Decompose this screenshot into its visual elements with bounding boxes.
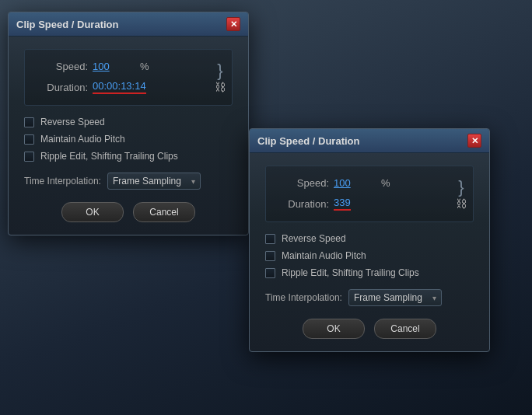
checkbox-reverse-2[interactable]: Reverse Speed: [265, 233, 474, 244]
checkbox-label-audio-2: Maintain Audio Pitch: [282, 250, 366, 261]
interpolation-value-1: Frame Sampling: [113, 176, 181, 187]
cancel-button-2[interactable]: Cancel: [374, 319, 436, 339]
close-button-1[interactable]: ✕: [226, 17, 240, 31]
checkbox-box-audio-2[interactable]: [265, 251, 275, 261]
speed-unit-1: %: [140, 61, 149, 72]
title-bar-1: Clip Speed / Duration ✕: [9, 12, 248, 37]
chain-icon-2[interactable]: ⛓: [456, 197, 467, 210]
link-bracket-1: } ⛓: [215, 62, 226, 93]
checkbox-label-reverse-2: Reverse Speed: [282, 233, 346, 244]
checkbox-label-audio-1: Maintain Audio Pitch: [40, 134, 125, 145]
close-icon-2: ✕: [471, 136, 478, 146]
bracket-icon-1: }: [217, 62, 222, 79]
interpolation-label-1: Time Interpolation:: [24, 176, 101, 187]
checkbox-box-ripple-2[interactable]: [265, 268, 275, 278]
dialog-2-title: Clip Speed / Duration: [257, 135, 359, 147]
close-button-2[interactable]: ✕: [467, 134, 481, 148]
checkbox-ripple-2[interactable]: Ripple Edit, Shifting Trailing Clips: [265, 267, 474, 278]
duration-label-2: Duration:: [278, 198, 329, 210]
bracket-icon-2: }: [458, 179, 464, 196]
dialog-1-body: Speed: 100 % Duration: 00:00:13:14 } ⛓ R…: [9, 37, 248, 235]
duration-value-2[interactable]: 339: [334, 197, 376, 211]
speed-row-2: Speed: 100 %: [278, 177, 460, 189]
chain-icon-1[interactable]: ⛓: [215, 81, 226, 93]
interpolation-select-1[interactable]: Frame Sampling ▾: [107, 173, 201, 190]
interpolation-select-2[interactable]: Frame Sampling ▾: [348, 289, 442, 306]
dialog-2-body: Speed: 100 % Duration: 339 } ⛓ Reverse S…: [250, 153, 489, 351]
dialog-1: Clip Speed / Duration ✕ Speed: 100 % Dur…: [8, 12, 249, 235]
checkbox-audio-1[interactable]: Maintain Audio Pitch: [24, 134, 233, 145]
close-icon-1: ✕: [230, 19, 237, 30]
checkbox-box-reverse-1[interactable]: [24, 117, 34, 127]
checkbox-audio-2[interactable]: Maintain Audio Pitch: [265, 250, 474, 261]
link-bracket-2: } ⛓: [456, 179, 467, 210]
checkbox-label-ripple-2: Ripple Edit, Shifting Trailing Clips: [282, 267, 419, 278]
dialog-2: Clip Speed / Duration ✕ Speed: 100 % Dur…: [249, 128, 490, 352]
buttons-row-1: OK Cancel: [24, 202, 233, 222]
dialog-1-title: Clip Speed / Duration: [16, 19, 118, 30]
checkbox-box-audio-1[interactable]: [24, 134, 34, 145]
interpolation-row-1: Time Interpolation: Frame Sampling ▾: [24, 173, 233, 190]
speed-row-1: Speed: 100 %: [37, 61, 219, 72]
speed-value-2[interactable]: 100: [334, 177, 376, 189]
duration-row-2: Duration: 339: [278, 197, 460, 211]
duration-label-1: Duration:: [37, 82, 88, 93]
title-bar-2: Clip Speed / Duration ✕: [250, 129, 489, 153]
checkbox-box-reverse-2[interactable]: [265, 234, 275, 244]
buttons-row-2: OK Cancel: [265, 319, 474, 339]
interpolation-value-2: Frame Sampling: [354, 292, 422, 303]
speed-value-1[interactable]: 100: [93, 61, 135, 72]
speed-section-1: Speed: 100 % Duration: 00:00:13:14 } ⛓: [24, 49, 233, 106]
checkbox-label-ripple-1: Ripple Edit, Shifting Trailing Clips: [40, 151, 178, 162]
interpolation-row-2: Time Interpolation: Frame Sampling ▾: [265, 289, 474, 306]
select-arrow-2: ▾: [432, 294, 436, 302]
checkboxes-2: Reverse Speed Maintain Audio Pitch Rippl…: [265, 233, 474, 278]
cancel-button-1[interactable]: Cancel: [133, 202, 195, 222]
duration-value-1[interactable]: 00:00:13:14: [93, 80, 146, 94]
checkbox-reverse-1[interactable]: Reverse Speed: [24, 117, 233, 127]
speed-section-2: Speed: 100 % Duration: 339 } ⛓: [265, 166, 474, 222]
speed-label-1: Speed:: [37, 61, 88, 72]
select-arrow-1: ▾: [191, 177, 195, 186]
ok-button-2[interactable]: OK: [303, 319, 365, 339]
interpolation-label-2: Time Interpolation:: [265, 292, 342, 303]
ok-button-1[interactable]: OK: [61, 202, 124, 222]
speed-unit-2: %: [381, 177, 390, 189]
speed-label-2: Speed:: [278, 177, 329, 189]
duration-row-1: Duration: 00:00:13:14: [37, 80, 219, 94]
checkboxes-1: Reverse Speed Maintain Audio Pitch Rippl…: [24, 117, 233, 162]
checkbox-label-reverse-1: Reverse Speed: [40, 117, 105, 127]
checkbox-box-ripple-1[interactable]: [24, 152, 34, 162]
checkbox-ripple-1[interactable]: Ripple Edit, Shifting Trailing Clips: [24, 151, 233, 162]
